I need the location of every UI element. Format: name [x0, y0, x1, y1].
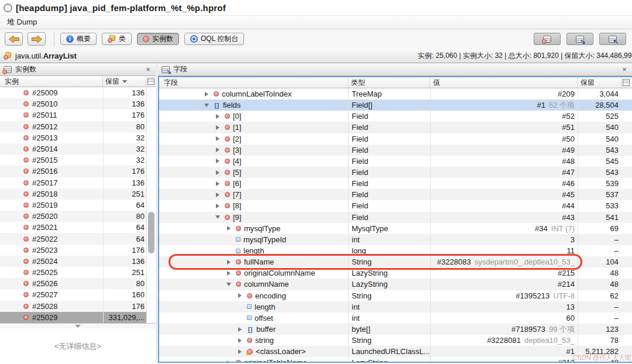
instance-row[interactable]: #2501964: [0, 200, 146, 211]
field-row[interactable]: <classLoader>LaunchedURLClassL...#15,211…: [159, 346, 632, 357]
instance-row[interactable]: #25028176: [0, 301, 146, 312]
field-row[interactable]: fullNameString#3228083sysdepartm0_.deptl…: [159, 256, 632, 267]
field-retained: 28,504: [578, 99, 621, 111]
expand-collapsed-icon[interactable]: [214, 159, 222, 163]
expand-collapsed-icon[interactable]: [225, 271, 233, 276]
toolbar-separator: [54, 32, 54, 46]
column-chooser-button[interactable]: [146, 76, 156, 87]
expand-collapsed-icon[interactable]: [214, 181, 222, 186]
close-icon[interactable]: [144, 66, 152, 74]
field-row[interactable]: mysqlTypeIdint3–: [159, 234, 632, 245]
column-header-instance[interactable]: 实例: [0, 76, 103, 87]
field-row[interactable]: [7]Field#45537: [159, 189, 632, 200]
field-row[interactable]: []fieldsField[]#152 个项28,504: [159, 99, 632, 111]
expand-expanded-icon[interactable]: [225, 283, 233, 286]
instance-row[interactable]: #2502080: [0, 211, 146, 222]
instance-row[interactable]: #2502164: [0, 222, 146, 233]
instances-view-button[interactable]: 实例数: [137, 33, 179, 45]
classes-view-button[interactable]: 类: [102, 33, 132, 45]
field-row[interactable]: [2]Field#50540: [159, 133, 632, 145]
instance-row[interactable]: #25009136: [0, 87, 146, 98]
expand-collapsed-icon[interactable]: [214, 136, 222, 141]
expand-collapsed-icon[interactable]: [236, 327, 244, 332]
instance-row[interactable]: #2501332: [0, 132, 146, 143]
instance-icon: [23, 146, 29, 152]
expand-collapsed-icon[interactable]: [202, 92, 211, 97]
column-chooser-button[interactable]: [621, 77, 632, 88]
instances-pane-toggle-button[interactable]: [534, 33, 561, 45]
references-in-button[interactable]: [566, 33, 593, 45]
field-row[interactable]: [6]Field#46539: [159, 178, 632, 189]
instance-row[interactable]: #2501432: [0, 143, 146, 154]
instance-row[interactable]: #25017136: [0, 177, 146, 188]
back-button[interactable]: [5, 32, 23, 46]
tab-heap-dump[interactable]: 堆 Dump: [0, 16, 44, 29]
field-row[interactable]: lengthlong11–: [159, 245, 632, 256]
expand-expanded-icon[interactable]: [214, 215, 222, 219]
expand-collapsed-icon[interactable]: [225, 226, 233, 231]
field-row[interactable]: lengthint13–: [159, 301, 632, 313]
column-header-retained[interactable]: 保留: [103, 76, 146, 87]
instance-row[interactable]: #25024136: [0, 256, 146, 267]
instance-row[interactable]: #25025251: [0, 267, 146, 278]
expand-collapsed-icon[interactable]: [214, 125, 222, 130]
field-row[interactable]: offsetint60–: [159, 313, 632, 324]
field-row[interactable]: [5]Field#47543: [159, 167, 632, 178]
field-row[interactable]: [0]Field#52525: [159, 111, 632, 122]
scrollbar-thumb[interactable]: [148, 212, 154, 253]
expand-collapsed-icon[interactable]: [236, 349, 244, 354]
field-row[interactable]: columnLabelToIndexTreeMap#2093,044: [159, 88, 632, 99]
field-row[interactable]: mysqlTypeMysqlType#34INT (7)69: [159, 223, 632, 234]
instance-row[interactable]: #2501532: [0, 154, 146, 166]
column-header-retained[interactable]: 保留: [578, 77, 621, 88]
expand-collapsed-icon[interactable]: [214, 114, 222, 119]
field-row[interactable]: [1]Field#51540: [159, 122, 632, 133]
instance-row[interactable]: #2502680: [0, 278, 146, 289]
oql-console-button[interactable]: OQL 控制台: [184, 33, 244, 45]
field-row[interactable]: [8]Field#44533: [159, 200, 632, 211]
field-row[interactable]: columnNameLazyString#21448: [159, 279, 632, 290]
summary-view-button[interactable]: 概要: [60, 33, 97, 45]
expand-collapsed-icon[interactable]: [225, 260, 233, 265]
field-row[interactable]: [9]Field#43541: [159, 212, 632, 223]
instance-row[interactable]: #2502264: [0, 233, 146, 244]
instance-row[interactable]: #25016176: [0, 166, 146, 177]
expand-collapsed-icon[interactable]: [214, 193, 222, 197]
field-type: Field: [348, 145, 430, 156]
field-value: #43: [430, 212, 578, 223]
field-type: LaunchedURLClassL...: [348, 346, 430, 357]
field-row[interactable]: [4]Field#48545: [159, 156, 632, 167]
references-out-button[interactable]: [599, 33, 626, 45]
field-name: [6]: [233, 179, 241, 188]
instance-id: #25027: [32, 290, 57, 299]
field-row[interactable]: originalTableNameLazyString#21248: [159, 357, 632, 362]
instance-row[interactable]: #25018251: [0, 188, 146, 200]
expand-collapsed-icon[interactable]: [236, 338, 244, 343]
close-icon[interactable]: [620, 66, 628, 74]
instance-row[interactable]: #25027160: [0, 289, 146, 300]
forward-button[interactable]: [28, 32, 46, 46]
field-row[interactable]: encodingString#1395213UTF-862: [159, 290, 632, 301]
field-retained: 537: [578, 189, 621, 200]
instance-row[interactable]: #2501280: [0, 121, 146, 132]
field-row[interactable]: [3]Field#49543: [159, 145, 632, 156]
column-header-field[interactable]: 字段: [159, 77, 348, 88]
field-row[interactable]: []bufferbyte[]#718957399 个项123: [159, 324, 632, 335]
instance-row[interactable]: #25023176: [0, 245, 146, 256]
instance-id: #25012: [32, 122, 57, 131]
expand-collapsed-icon[interactable]: [236, 293, 244, 298]
expand-expanded-icon[interactable]: [202, 104, 211, 107]
expand-collapsed-icon[interactable]: [214, 147, 222, 152]
instance-row[interactable]: #25010136: [0, 98, 146, 109]
field-retained: –: [578, 313, 621, 324]
column-header-value[interactable]: 值: [430, 77, 578, 88]
field-row[interactable]: originalColumnNameLazyString#21548: [159, 267, 632, 279]
instance-retained: 251: [132, 268, 145, 277]
instance-row[interactable]: #25029331,029,...: [0, 312, 146, 323]
expand-collapsed-icon[interactable]: [225, 360, 233, 362]
instance-row[interactable]: #25011176: [0, 109, 146, 121]
field-row[interactable]: stringString#3228081deptlea10_53_78: [159, 335, 632, 346]
expand-collapsed-icon[interactable]: [214, 170, 222, 175]
expand-collapsed-icon[interactable]: [214, 204, 222, 208]
column-header-type[interactable]: 类型: [348, 77, 430, 88]
